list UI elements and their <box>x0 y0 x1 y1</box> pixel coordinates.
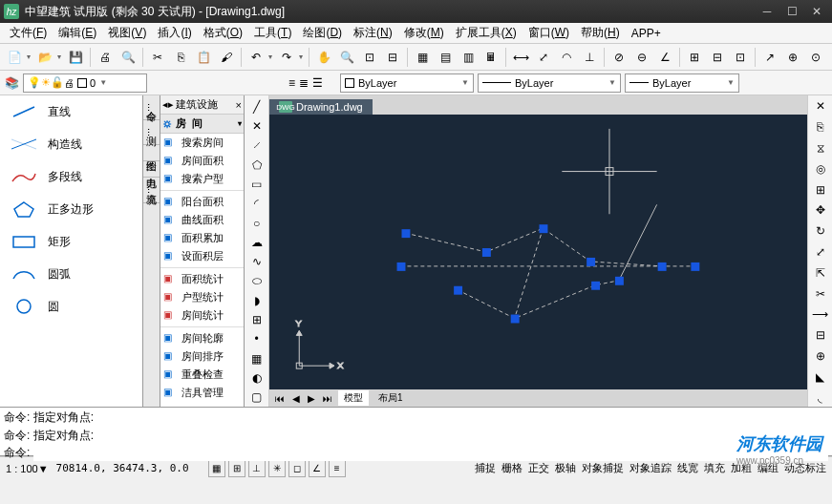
tool-rectangle[interactable]: 矩形 <box>0 225 142 258</box>
layout1-tab[interactable]: 布局1 <box>373 390 409 406</box>
menu-绘图[interactable]: 绘图(D) <box>297 23 348 43</box>
status-动态标注[interactable]: 动态标注 <box>784 461 826 475</box>
designcenter-button[interactable]: ▤ <box>435 47 456 68</box>
room-item-房间排序[interactable]: ▣房间排序 <box>160 347 244 366</box>
minimize-button[interactable]: ─ <box>756 3 779 20</box>
rotate-icon[interactable]: ↻ <box>811 222 830 241</box>
layer-combo[interactable]: 💡☀🔓🖨 0▼ <box>23 74 147 93</box>
circle-icon[interactable]: ○ <box>246 214 267 232</box>
polar-toggle[interactable]: ✳ <box>268 460 286 477</box>
lineweight-combo[interactable]: ByLayer▼ <box>625 74 739 93</box>
xline-icon[interactable]: ✕ <box>246 116 267 135</box>
tolerance-button[interactable]: ⊕ <box>782 47 803 68</box>
vtab-电力[interactable]: 电力 <box>143 161 160 178</box>
mirror-icon[interactable]: ⧖ <box>811 139 830 158</box>
align-center-icon[interactable]: ≣ <box>299 76 309 90</box>
vtab-绘图[interactable]: 绘图 <box>143 145 160 161</box>
dim-radius-button[interactable]: ⊘ <box>608 47 629 68</box>
menu-工具[interactable]: 工具(T) <box>248 23 297 43</box>
status-线宽[interactable]: 线宽 <box>677 461 698 475</box>
command-input[interactable] <box>33 445 828 461</box>
arc-icon[interactable]: ◜ <box>246 195 267 213</box>
snap-toggle[interactable]: ▦ <box>208 460 225 477</box>
vtab-填充...[interactable]: 填充... <box>143 178 160 202</box>
open-button[interactable]: 📂 <box>34 47 55 68</box>
dim-baseline-button[interactable]: ⊟ <box>707 47 728 68</box>
room-item-重叠检查[interactable]: ▣重叠检查 <box>160 366 244 384</box>
status-对象捕捉[interactable]: 对象捕捉 <box>582 461 624 475</box>
revcloud-icon[interactable]: ☁ <box>246 233 267 251</box>
vtab-测...[interactable]: 测... <box>143 120 160 145</box>
room-item-房间统计[interactable]: ▣房间统计 <box>160 306 244 325</box>
menu-APP+[interactable]: APP+ <box>626 25 667 42</box>
status-极轴[interactable]: 极轴 <box>555 461 576 475</box>
tab-next-icon[interactable]: ▶ <box>306 393 317 404</box>
undo-button[interactable]: ↶ <box>245 47 267 68</box>
status-编组[interactable]: 编组 <box>757 461 779 475</box>
rect-icon[interactable]: ▭ <box>246 175 267 193</box>
pan-button[interactable]: ✋ <box>313 47 334 68</box>
line-icon[interactable]: ╱ <box>246 97 267 116</box>
room-item-房间面积[interactable]: ▣房间面积 <box>160 152 244 170</box>
dim-diameter-button[interactable]: ⊖ <box>631 47 652 68</box>
linetype-combo[interactable]: ByLayer▼ <box>478 74 621 93</box>
toolpalette-button[interactable]: ▥ <box>458 47 479 68</box>
redo-button[interactable]: ↷ <box>276 47 297 68</box>
menu-修改[interactable]: 修改(M) <box>398 23 450 43</box>
point-icon[interactable]: • <box>246 330 267 348</box>
trim-icon[interactable]: ✂ <box>811 284 830 303</box>
tab-last-icon[interactable]: ⏭ <box>321 393 334 404</box>
chamfer-icon[interactable]: ◣ <box>811 368 830 386</box>
join-icon[interactable]: ⊕ <box>811 347 830 366</box>
new-button[interactable]: 📄 <box>4 47 25 68</box>
menu-插入[interactable]: 插入(I) <box>152 23 197 43</box>
layer-manager-icon[interactable]: 📚 <box>4 75 19 91</box>
fillet-icon[interactable]: ◟ <box>811 388 830 407</box>
dim-ord-button[interactable]: ⊥ <box>579 47 600 68</box>
status-栅格[interactable]: 栅格 <box>501 461 523 475</box>
scale-icon[interactable]: ⤢ <box>811 243 830 262</box>
break-icon[interactable]: ⊟ <box>811 326 830 345</box>
array-icon[interactable]: ⊞ <box>811 180 830 199</box>
cut-button[interactable]: ✂ <box>147 47 168 68</box>
room-item-设面积层[interactable]: ▣设面积层 <box>160 247 244 265</box>
match-button[interactable]: 🖌 <box>216 47 237 68</box>
status-对象追踪[interactable]: 对象追踪 <box>629 461 672 475</box>
room-item-阳台面积[interactable]: ▣阳台面积 <box>160 193 244 211</box>
block-icon[interactable]: ⊞ <box>246 310 267 328</box>
room-item-房间轮廓[interactable]: ▣房间轮廓 <box>160 329 244 347</box>
room-item-曲线面积[interactable]: ▣曲线面积 <box>160 211 244 229</box>
color-combo[interactable]: ByLayer▼ <box>340 74 474 93</box>
model-tab[interactable]: 模型 <box>338 390 369 406</box>
menu-帮助[interactable]: 帮助(H) <box>575 23 626 43</box>
offset-icon[interactable]: ◎ <box>811 159 830 178</box>
dim-continue-button[interactable]: ⊡ <box>730 47 751 68</box>
maximize-button[interactable]: ☐ <box>780 3 803 20</box>
tool-line[interactable]: 直线 <box>0 95 142 128</box>
menu-格式[interactable]: 格式(O) <box>198 23 248 43</box>
osnap-toggle[interactable]: ◻ <box>288 460 306 477</box>
hatch-icon[interactable]: ▦ <box>246 349 267 368</box>
zoom-window-button[interactable]: ⊡ <box>359 47 380 68</box>
room-item-搜索户型[interactable]: ▣搜索户型 <box>160 170 244 188</box>
pline-icon[interactable]: ⟋ <box>246 136 267 155</box>
room-item-面积累加[interactable]: ▣面积累加 <box>160 229 244 247</box>
scale-display[interactable]: 1 : 100▼ <box>6 463 49 474</box>
center-mark-button[interactable]: ⊙ <box>805 47 826 68</box>
tool-circle[interactable]: 圆 <box>0 290 142 323</box>
dim-linear-button[interactable]: ⟷ <box>510 47 531 68</box>
preview-button[interactable]: 🔍 <box>117 47 139 68</box>
menu-文件[interactable]: 文件(F) <box>4 23 53 43</box>
stretch-icon[interactable]: ⇱ <box>811 263 830 282</box>
polygon-icon[interactable]: ⬠ <box>246 156 267 174</box>
menu-视图[interactable]: 视图(V) <box>102 23 152 43</box>
tool-xline[interactable]: 构造线 <box>0 128 142 160</box>
otrack-toggle[interactable]: ∠ <box>309 460 326 477</box>
lwt-toggle[interactable]: ≡ <box>329 460 346 477</box>
spline-icon[interactable]: ∿ <box>246 253 267 271</box>
calc-button[interactable]: 🖩 <box>480 47 501 68</box>
tool-polyline[interactable]: 多段线 <box>0 160 142 193</box>
align-left-icon[interactable]: ≡ <box>288 76 295 90</box>
dim-angular-button[interactable]: ∠ <box>654 47 675 68</box>
tool-arc[interactable]: 圆弧 <box>0 258 142 290</box>
